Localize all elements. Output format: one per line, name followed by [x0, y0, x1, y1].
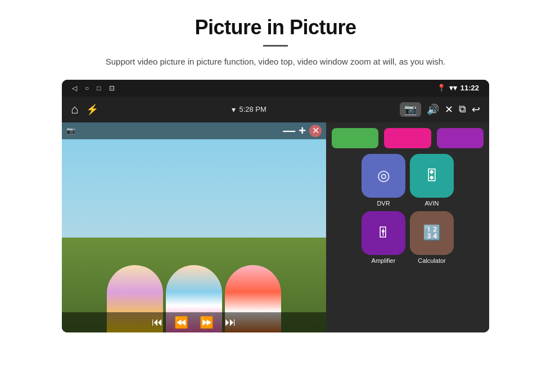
app-bar-time: 5:28 PM — [239, 105, 266, 113]
top-buttons — [326, 128, 489, 148]
page-subtitle: Support video picture in picture functio… — [106, 56, 445, 69]
wifi-signal-icon: ▾ — [232, 105, 236, 114]
prev-button[interactable]: ⏮ — [152, 316, 163, 329]
app-bar-back-icon[interactable]: ↩ — [472, 103, 480, 116]
video-background: 📷 — + ✕ ⏮ ⏪ ⏩ ⏭ VCZ99 — [62, 122, 326, 332]
recents-nav-icon[interactable]: □ — [97, 84, 101, 92]
amplifier-label: Amplifier — [372, 257, 396, 264]
status-time: 11:22 — [460, 84, 479, 92]
screenshot-icon[interactable]: ⊡ — [109, 84, 115, 92]
main-content: 📷 — + ✕ ⏮ ⏪ ⏩ ⏭ VCZ99 — [62, 122, 489, 332]
pip-close-button[interactable]: ✕ — [309, 125, 322, 137]
amplifier-icon: 🎚 — [376, 224, 391, 241]
purple-button[interactable] — [437, 128, 484, 148]
dvr-icon: ◎ — [377, 167, 390, 184]
calculator-icon: 🔢 — [423, 224, 441, 241]
location-icon: 📍 — [437, 84, 446, 92]
avin-label: AVIN — [425, 200, 439, 207]
page-title: Picture in Picture — [195, 16, 356, 39]
next-button[interactable]: ⏭ — [225, 316, 236, 329]
volume-icon[interactable]: 🔊 — [427, 103, 439, 116]
calculator-icon-box: 🔢 — [410, 211, 454, 255]
back-nav-icon[interactable]: ◁ — [72, 84, 77, 92]
app-item-calculator[interactable]: 🔢 Calculator — [410, 211, 454, 264]
close-pip-icon[interactable]: ✕ — [445, 103, 453, 116]
camera-button[interactable]: 📷 — [400, 102, 421, 117]
app-item-avin[interactable]: 🎛 AVIN — [410, 154, 454, 207]
app-item-dvr[interactable]: ◎ DVR — [362, 154, 405, 207]
page-container: Picture in Picture Support video picture… — [0, 0, 551, 392]
device-frame: ◁ ○ □ ⊡ 📍 ▾▾ 11:22 ⌂ ⚡ ▾ 5:28 PM 📷 — [62, 80, 489, 332]
home-nav-icon[interactable]: ○ — [85, 84, 89, 92]
usb-icon[interactable]: ⚡ — [86, 103, 98, 116]
amplifier-icon-box: 🎚 — [362, 211, 405, 255]
apps-area: ◎ DVR 🎛 AVIN 🎚 — [326, 122, 489, 332]
forward-button[interactable]: ⏩ — [200, 316, 214, 329]
avin-icon: 🎛 — [424, 167, 439, 184]
home-icon[interactable]: ⌂ — [71, 102, 78, 117]
app-bar-center: ▾ 5:28 PM — [232, 105, 266, 114]
dvr-label: DVR — [377, 200, 390, 207]
pip-window-icon[interactable]: ⧉ — [459, 103, 466, 115]
video-scene — [62, 122, 326, 332]
pip-camera-icon: 📷 — [66, 126, 75, 135]
rewind-button[interactable]: ⏪ — [174, 316, 188, 329]
pip-plus-button[interactable]: + — [299, 124, 306, 138]
icon-grid: ◎ DVR 🎛 AVIN 🎚 — [356, 154, 459, 264]
status-bar: ◁ ○ □ ⊡ 📍 ▾▾ 11:22 — [62, 80, 489, 97]
pip-playback-bar: ⏮ ⏪ ⏩ ⏭ — [62, 312, 326, 332]
title-divider — [263, 45, 288, 47]
green-button[interactable] — [332, 128, 378, 148]
status-bar-left: ◁ ○ □ ⊡ — [72, 84, 115, 92]
pip-container: 📷 — + ✕ ⏮ ⏪ ⏩ ⏭ VCZ99 — [62, 122, 326, 332]
dvr-icon-box: ◎ — [362, 154, 405, 198]
calculator-label: Calculator — [418, 257, 446, 264]
app-bar-right: 📷 🔊 ✕ ⧉ ↩ — [400, 102, 480, 117]
app-bar: ⌂ ⚡ ▾ 5:28 PM 📷 🔊 ✕ ⧉ ↩ — [62, 97, 489, 122]
pink-button[interactable] — [384, 128, 431, 148]
pip-controls-bar: 📷 — + ✕ — [62, 122, 326, 139]
app-bar-left: ⌂ ⚡ — [71, 102, 98, 117]
watermark: VCZ99 — [182, 306, 205, 312]
avin-icon-box: 🎛 — [410, 154, 454, 198]
pip-minus-button[interactable]: — — [283, 124, 295, 138]
wifi-icon: ▾▾ — [449, 84, 457, 92]
app-item-amplifier[interactable]: 🎚 Amplifier — [362, 211, 405, 264]
status-bar-right: 📍 ▾▾ 11:22 — [437, 84, 479, 92]
